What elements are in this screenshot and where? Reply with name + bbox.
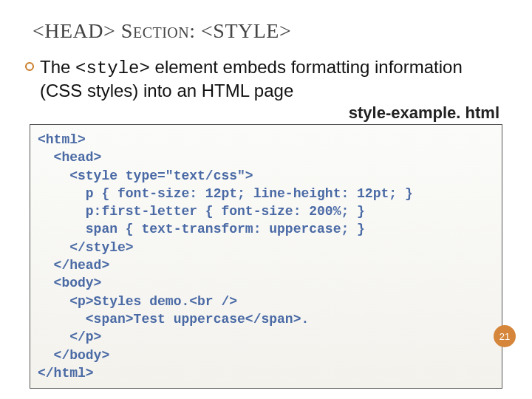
- slide: <HEAD> Section: <STYLE> The <style> elem…: [0, 0, 532, 399]
- code-box: <html> <head> <style type="text/css"> p …: [30, 124, 502, 389]
- bullet-row: The <style> element embeds formatting in…: [25, 56, 507, 102]
- code-filename: style-example. html: [22, 103, 499, 123]
- title-text: <HEAD> Section: <STYLE>: [33, 19, 291, 42]
- bullet-text: The <style> element embeds formatting in…: [40, 56, 507, 102]
- page-number-badge: 21: [494, 325, 516, 347]
- bullet-icon: [25, 62, 34, 71]
- page-number: 21: [499, 331, 510, 342]
- bullet-code: <style>: [75, 58, 150, 78]
- slide-title: <HEAD> Section: <STYLE>: [33, 19, 510, 43]
- code-content: <html> <head> <style type="text/css"> p …: [38, 131, 494, 382]
- bullet-pre: The: [40, 57, 75, 77]
